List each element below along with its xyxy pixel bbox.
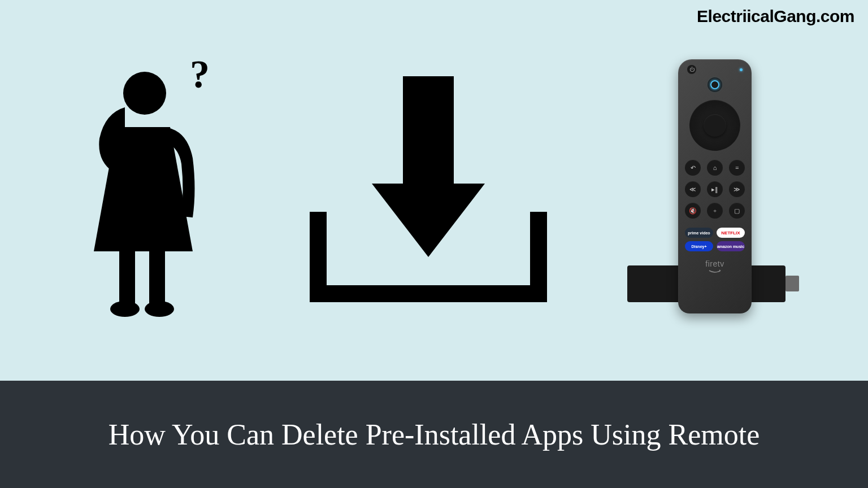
home-icon: ⌂: [707, 160, 723, 176]
volume-up-icon: +: [707, 203, 723, 219]
image-canvas: ElectriicalGang.com ?: [0, 0, 868, 488]
svg-rect-6: [403, 76, 454, 189]
tv-icon: ▢: [729, 203, 745, 219]
title-bar: How You Can Delete Pre-Installed Apps Us…: [0, 381, 868, 488]
illustration-row: ? ⏻: [0, 56, 868, 322]
status-led-icon: [740, 68, 743, 71]
power-icon: ⏻: [687, 65, 696, 74]
svg-point-0: [123, 72, 166, 115]
svg-point-4: [110, 301, 140, 317]
forward-icon: ≫: [729, 181, 745, 197]
rewind-icon: ≪: [685, 181, 701, 197]
svg-point-5: [145, 301, 174, 317]
svg-text:?: ?: [190, 59, 210, 96]
prime-video-button-icon: prime video: [685, 228, 713, 238]
firetv-device-icon: ⏻ ↶ ⌂ ≡ ≪ ▸‖ ≫: [627, 59, 797, 319]
disney-button-icon: Disney+: [685, 241, 713, 251]
play-pause-icon: ▸‖: [707, 181, 723, 197]
svg-rect-3: [149, 246, 165, 305]
site-watermark: ElectriicalGang.com: [697, 7, 854, 26]
firetv-remote: ⏻ ↶ ⌂ ≡ ≪ ▸‖ ≫: [678, 59, 752, 313]
alexa-button-icon: [708, 77, 722, 92]
download-icon: [304, 71, 553, 308]
back-icon: ↶: [685, 160, 701, 176]
mute-icon: 🔇: [685, 203, 701, 219]
thinking-person-icon: ?: [71, 59, 229, 319]
svg-marker-7: [372, 184, 485, 257]
amazon-smile-icon: [708, 269, 722, 274]
netflix-button-icon: NETFLIX: [717, 228, 745, 238]
amazon-music-button-icon: amazon music: [717, 241, 745, 251]
dpad-ring-icon: [689, 100, 740, 151]
svg-rect-2: [119, 246, 135, 305]
page-title: How You Can Delete Pre-Installed Apps Us…: [86, 418, 783, 451]
menu-icon: ≡: [729, 160, 745, 176]
firetv-logo: firetv: [705, 259, 724, 268]
dpad-select-icon: [704, 114, 726, 137]
